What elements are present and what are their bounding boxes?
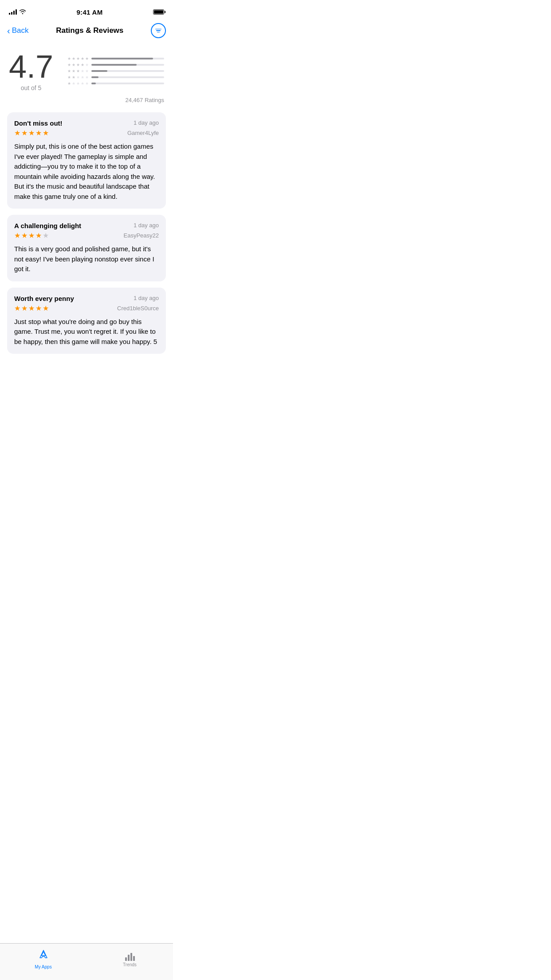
bar-container-3 xyxy=(91,70,164,72)
star-4: ★ xyxy=(35,129,42,137)
star-row-2: ★ ★ ★ ★ ★ xyxy=(62,75,164,79)
star-row-4: ★ ★ ★ ★ ★ xyxy=(62,63,164,67)
star-2: ★ xyxy=(21,304,28,312)
star-1: ★ xyxy=(14,304,20,312)
star-dots-4: ★ ★ ★ ★ ★ xyxy=(62,63,89,67)
review-author-3: Cred1bleS0urce xyxy=(117,305,159,312)
status-left xyxy=(9,9,26,16)
star-5: ★ xyxy=(43,304,49,312)
review-stars-3: ★ ★ ★ ★ ★ xyxy=(14,304,49,312)
rating-bars: ★ ★ ★ ★ ★ ★ ★ ★ ★ ★ xyxy=(62,56,164,86)
sort-icon xyxy=(155,29,161,33)
bar-fill-1 xyxy=(91,83,96,84)
review-date-3: 1 day ago xyxy=(134,295,159,301)
bar-fill-4 xyxy=(91,64,137,66)
review-header-1: Don't miss out! 1 day ago xyxy=(14,119,159,127)
star-dots-1: ★ ★ ★ ★ ★ xyxy=(62,81,89,86)
bar-container-2 xyxy=(91,76,164,78)
review-card-3: Worth every penny 1 day ago ★ ★ ★ ★ ★ Cr… xyxy=(7,288,166,354)
wifi-icon xyxy=(19,9,26,16)
review-title-1: Don't miss out! xyxy=(14,119,63,127)
battery-fill xyxy=(154,10,163,14)
signal-bar-2 xyxy=(11,12,12,15)
status-bar: 9:41 AM xyxy=(0,0,173,20)
review-meta-3: ★ ★ ★ ★ ★ Cred1bleS0urce xyxy=(14,304,159,312)
review-card-1: Don't miss out! 1 day ago ★ ★ ★ ★ ★ Game… xyxy=(7,112,166,209)
review-stars-2: ★ ★ ★ ★ ★ xyxy=(14,231,49,240)
rating-total-count: 24,467 Ratings xyxy=(0,95,173,109)
review-author-1: Gamer4Lyfe xyxy=(127,130,159,136)
review-header-2: A challenging delight 1 day ago xyxy=(14,222,159,229)
star-2: ★ xyxy=(21,129,28,137)
rating-score-section: 4.7 out of 5 xyxy=(9,51,53,91)
bar-container-5 xyxy=(91,58,164,59)
sort-button[interactable] xyxy=(151,23,166,38)
star-dots-5: ★ ★ ★ ★ ★ xyxy=(62,56,89,61)
signal-bar-3 xyxy=(13,11,15,15)
bar-container-4 xyxy=(91,64,164,66)
review-title-2: A challenging delight xyxy=(14,222,81,229)
rating-score: 4.7 xyxy=(9,51,53,83)
review-header-3: Worth every penny 1 day ago xyxy=(14,295,159,302)
star-1: ★ xyxy=(14,231,20,240)
bar-fill-5 xyxy=(91,58,153,59)
star-3: ★ xyxy=(28,129,35,137)
status-time: 9:41 AM xyxy=(76,8,102,16)
star-dots-2: ★ ★ ★ ★ ★ xyxy=(62,75,89,79)
review-title-3: Worth every penny xyxy=(14,295,74,302)
star-1: ★ xyxy=(14,129,20,137)
bar-fill-3 xyxy=(91,70,107,72)
bar-container-1 xyxy=(91,83,164,84)
review-card-2: A challenging delight 1 day ago ★ ★ ★ ★ … xyxy=(7,215,166,281)
bar-fill-2 xyxy=(91,76,98,78)
star-4: ★ xyxy=(35,304,42,312)
rating-summary: 4.7 out of 5 ★ ★ ★ ★ ★ ★ xyxy=(0,43,173,95)
star-row-3: ★ ★ ★ ★ ★ xyxy=(62,69,164,73)
star-5: ★ xyxy=(43,129,49,137)
review-date-1: 1 day ago xyxy=(134,119,159,126)
back-label: Back xyxy=(12,26,29,35)
review-stars-1: ★ ★ ★ ★ ★ xyxy=(14,129,49,137)
page-title: Ratings & Reviews xyxy=(56,26,123,35)
battery-icon xyxy=(153,9,164,15)
review-date-2: 1 day ago xyxy=(134,222,159,229)
star-4: ★ xyxy=(35,231,42,240)
review-body-2: This is a very good and polished game, b… xyxy=(14,244,159,274)
review-body-3: Just stop what you're doing and go buy t… xyxy=(14,317,159,347)
signal-bar-1 xyxy=(9,13,10,15)
signal-bar-4 xyxy=(16,9,17,15)
status-right xyxy=(153,9,164,15)
review-meta-1: ★ ★ ★ ★ ★ Gamer4Lyfe xyxy=(14,129,159,137)
nav-bar: ‹ Back Ratings & Reviews xyxy=(0,20,173,43)
signal-bars-icon xyxy=(9,9,17,15)
rating-out-of: out of 5 xyxy=(21,84,42,91)
review-meta-2: ★ ★ ★ ★ ★ EasyPeasy22 xyxy=(14,231,159,240)
star-3: ★ xyxy=(28,231,35,240)
star-2: ★ xyxy=(21,231,28,240)
back-button[interactable]: ‹ Back xyxy=(7,26,28,35)
review-author-2: EasyPeasy22 xyxy=(124,232,159,239)
chevron-left-icon: ‹ xyxy=(7,26,10,35)
star-dots-3: ★ ★ ★ ★ ★ xyxy=(62,69,89,73)
star-3: ★ xyxy=(28,304,35,312)
reviews-list: Don't miss out! 1 day ago ★ ★ ★ ★ ★ Game… xyxy=(0,109,173,357)
star-row-5: ★ ★ ★ ★ ★ xyxy=(62,56,164,61)
star-row-1: ★ ★ ★ ★ ★ xyxy=(62,81,164,86)
star-5-empty: ★ xyxy=(43,231,49,240)
review-body-1: Simply put, this is one of the best acti… xyxy=(14,142,159,202)
